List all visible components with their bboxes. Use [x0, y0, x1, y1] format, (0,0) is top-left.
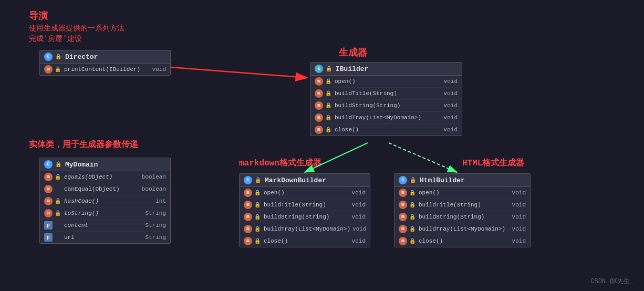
markdown-method-3: buildTray(List<MyDomain>) — [264, 226, 350, 232]
markdown-header-name: MarkDownBuilder — [265, 176, 326, 184]
ibuilder-method-0: open() — [335, 78, 442, 85]
markdown-return-2: void — [352, 214, 366, 220]
ibuilder-class-icon: I — [315, 65, 323, 73]
director-method-name-0: printContent(IBuilder) — [64, 66, 150, 72]
ibuilder-lock-1: 🔒 — [325, 90, 331, 97]
html-method-1: buildTitle(String) — [419, 202, 510, 208]
ibuilder-return-3: void — [444, 115, 458, 121]
mydomain-icon-3: m — [44, 209, 53, 217]
markdown-row-1: m 🔒 buildTitle(String) void — [240, 199, 370, 211]
canvas: 导演 使用生成器提供的一系列方法 完成'房屋'建设 C 🔒 Director m… — [0, 0, 644, 291]
markdown-method-icon-0: m — [244, 189, 252, 197]
markdown-return-0: void — [352, 190, 366, 196]
markdown-label: markdown格式生成器 — [239, 158, 321, 169]
watermark: CSDN @X先生_ — [590, 277, 633, 286]
mydomain-method-4: content — [64, 222, 143, 228]
html-lock-3: 🔒 — [409, 226, 416, 232]
mydomain-method-5: url — [64, 234, 143, 241]
mydomain-return-2: int — [155, 198, 166, 204]
html-row-1: m 🔒 buildTitle(String) void — [394, 199, 530, 211]
html-method-icon-0: m — [399, 189, 407, 197]
html-label: HTML格式生成器 — [462, 158, 524, 169]
html-lock-4: 🔒 — [409, 238, 416, 244]
markdown-method-icon-4: m — [244, 237, 252, 245]
director-method-lock-0: 🔒 — [55, 66, 61, 72]
markdown-row-0: m 🔒 open() void — [240, 187, 370, 199]
html-method-icon-3: m — [399, 225, 407, 233]
ibuilder-header: I 🔒 IBuilder — [310, 63, 462, 76]
html-box: C 🔒 HtmlBuilder m 🔒 open() void m 🔒 buil… — [394, 173, 531, 247]
html-return-4: void — [512, 238, 526, 244]
ibuilder-method-icon-1: m — [315, 89, 323, 98]
mydomain-row-5: p url String — [40, 232, 170, 243]
director-lock-icon: 🔒 — [55, 54, 61, 60]
html-row-4: m 🔒 close() void — [394, 235, 530, 247]
html-row-2: m 🔒 buildString(String) void — [394, 211, 530, 223]
director-box: C 🔒 Director m 🔒 printContent(IBuilder) … — [39, 50, 171, 76]
mydomain-row-2: m 🔒 hashCode() int — [40, 195, 170, 207]
director-class-icon: C — [44, 53, 53, 61]
director-desc2: 完成'房屋'建设 — [29, 34, 82, 44]
markdown-lock-0: 🔒 — [254, 190, 261, 196]
html-lock-0: 🔒 — [409, 190, 416, 196]
mydomain-return-0: boolean — [142, 174, 166, 180]
builder-label: 生成器 — [339, 46, 367, 59]
mydomain-lock-2: 🔒 — [55, 198, 61, 204]
mydomain-return-4: String — [145, 222, 166, 228]
mydomain-return-5: String — [145, 234, 166, 241]
ibuilder-return-0: void — [444, 78, 458, 85]
director-method-icon-0: m — [44, 65, 53, 74]
ibuilder-header-name: IBuilder — [336, 65, 368, 73]
html-row-3: m 🔒 buildTray(List<MyDomain>) void — [394, 223, 530, 235]
ibuilder-lock-0: 🔒 — [325, 78, 331, 85]
mydomain-icon-1: m — [44, 185, 53, 193]
html-lock-1: 🔒 — [409, 202, 416, 208]
markdown-header: C 🔒 MarkDownBuilder — [240, 174, 370, 187]
ibuilder-return-1: void — [444, 90, 458, 97]
director-to-ibuilder-arrow — [171, 67, 307, 78]
markdown-return-3: void — [352, 226, 366, 232]
ibuilder-return-4: void — [444, 127, 458, 133]
mydomain-header: C 🔒 MyDomain — [40, 158, 170, 171]
html-method-icon-4: m — [399, 237, 407, 245]
markdown-class-icon: C — [244, 176, 252, 184]
markdown-method-icon-1: m — [244, 201, 252, 209]
director-desc1: 使用生成器提供的一系列方法 — [29, 24, 124, 33]
director-header: C 🔒 Director — [40, 50, 170, 64]
html-method-2: buildString(String) — [419, 214, 510, 220]
mydomain-row-1: m canEqual(Object) boolean — [40, 183, 170, 195]
html-return-3: void — [512, 226, 526, 232]
markdown-return-1: void — [352, 202, 366, 208]
ibuilder-return-2: void — [444, 102, 458, 109]
mydomain-row-4: p content String — [40, 220, 170, 232]
html-method-3: buildTray(List<MyDomain>) — [419, 226, 510, 232]
html-return-2: void — [512, 214, 526, 220]
ibuilder-row-0: m 🔒 open() void — [310, 76, 462, 88]
ibuilder-method-icon-4: m — [315, 126, 323, 134]
html-lock-icon: 🔒 — [410, 177, 416, 183]
ibuilder-method-icon-0: m — [315, 77, 323, 86]
html-return-0: void — [512, 190, 526, 196]
markdown-lock-icon: 🔒 — [255, 177, 261, 183]
markdown-lock-3: 🔒 — [254, 226, 261, 232]
ibuilder-lock-3: 🔒 — [325, 115, 331, 121]
html-row-0: m 🔒 open() void — [394, 187, 530, 199]
markdown-lock-4: 🔒 — [254, 238, 261, 244]
ibuilder-lock-4: 🔒 — [325, 127, 331, 133]
mydomain-lock-0: 🔒 — [55, 174, 61, 180]
markdown-lock-2: 🔒 — [254, 214, 261, 220]
director-row-0: m 🔒 printContent(IBuilder) void — [40, 64, 170, 75]
html-header-name: HtmlBuilder — [420, 176, 465, 184]
markdown-method-4: close() — [264, 238, 350, 244]
mydomain-lock-icon: 🔒 — [55, 161, 61, 168]
markdown-box: C 🔒 MarkDownBuilder m 🔒 open() void m 🔒 … — [239, 173, 370, 247]
mydomain-icon-4: p — [44, 221, 53, 230]
ibuilder-row-2: m 🔒 buildString(String) void — [310, 100, 462, 112]
html-class-icon: C — [399, 176, 407, 184]
mydomain-return-1: boolean — [142, 186, 166, 192]
mydomain-icon-2: m — [44, 197, 53, 205]
mydomain-method-0: equals(Object) — [64, 174, 140, 180]
mydomain-method-2: hashCode() — [64, 198, 153, 204]
html-method-0: open() — [419, 190, 510, 196]
ibuilder-row-1: m 🔒 buildTitle(String) void — [310, 88, 462, 100]
